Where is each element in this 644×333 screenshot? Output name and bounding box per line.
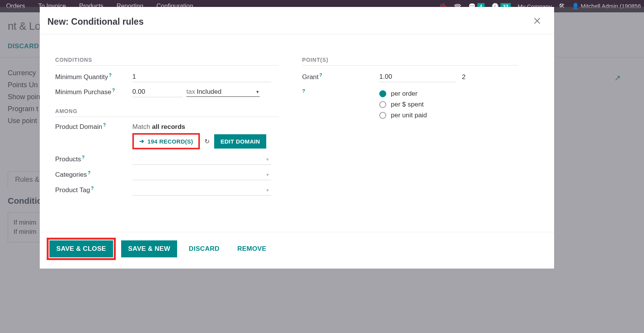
grant-basis-row: ? per order per $ spent per unit paid <box>302 87 518 122</box>
products-select[interactable]: ▼ <box>132 154 271 165</box>
conditional-rules-modal: New: Conditional rules CONDITIONS Minimu… <box>40 7 554 269</box>
points-heading: POINT(S) <box>302 57 518 66</box>
edit-domain-button[interactable]: EDIT DOMAIN <box>214 134 266 149</box>
grant-input[interactable] <box>379 72 456 82</box>
radio-per-order[interactable]: per order <box>379 90 427 98</box>
categories-label: Categories <box>55 171 87 178</box>
modal-footer: SAVE & CLOSE SAVE & NEW DISCARD REMOVE <box>40 232 554 269</box>
chevron-down-icon: ▼ <box>255 90 260 94</box>
radio-per-unit-label: per unit paid <box>391 112 427 119</box>
min-quantity-input[interactable] <box>132 72 271 82</box>
help-icon[interactable]: ? <box>91 186 93 191</box>
help-icon[interactable]: ? <box>82 155 85 160</box>
help-icon[interactable]: ? <box>103 122 106 128</box>
modal-title: New: Conditional rules <box>47 17 144 27</box>
categories-select[interactable]: ▼ <box>132 169 271 180</box>
radio-per-dollar[interactable]: per $ spent <box>379 101 427 108</box>
min-purchase-input[interactable] <box>132 87 183 97</box>
help-icon[interactable]: ? <box>319 73 322 78</box>
tax-value: Included <box>197 88 255 96</box>
product-domain-row: Product Domain? Match all records ➔ 194 … <box>55 123 279 149</box>
close-icon[interactable] <box>532 16 542 27</box>
help-icon[interactable]: ? <box>302 88 305 94</box>
tax-select[interactable]: tax Included ▼ <box>186 87 260 97</box>
remove-button[interactable]: REMOVE <box>231 240 272 257</box>
min-purchase-row: Minimum Purchase? tax Included ▼ <box>55 87 279 97</box>
min-purchase-label: Minimum Purchase <box>55 88 112 96</box>
chevron-down-icon: ▼ <box>265 172 271 177</box>
grant-suffix: 2 <box>462 73 465 81</box>
chevron-down-icon: ▼ <box>265 157 271 162</box>
products-label: Products <box>55 156 81 163</box>
save-close-button[interactable]: SAVE & CLOSE <box>49 240 113 257</box>
product-tag-select[interactable]: ▼ <box>132 185 271 196</box>
arrow-right-icon: ➔ <box>139 138 144 145</box>
grant-row: Grant? 2 <box>302 72 518 82</box>
radio-per-unit[interactable]: per unit paid <box>379 112 427 119</box>
domain-match-text: Match all records <box>132 123 266 131</box>
records-link[interactable]: ➔ 194 RECORD(S) <box>135 135 198 147</box>
product-tag-label: Product Tag <box>55 186 90 194</box>
tax-label: tax <box>186 88 195 96</box>
grant-label: Grant <box>302 73 319 81</box>
conditions-heading: CONDITIONS <box>55 57 279 66</box>
help-icon[interactable]: ? <box>109 73 112 78</box>
highlight-records: ➔ 194 RECORD(S) <box>132 133 200 149</box>
discard-button[interactable]: DISCARD <box>183 240 226 257</box>
highlight-save-close: SAVE & CLOSE <box>47 238 116 260</box>
save-new-button[interactable]: SAVE & NEW <box>121 240 177 257</box>
min-quantity-row: Minimum Quantity? <box>55 72 279 82</box>
min-quantity-label: Minimum Quantity <box>55 73 108 81</box>
radio-dot-icon <box>379 101 386 108</box>
radio-dot-icon <box>379 112 386 119</box>
product-domain-label: Product Domain <box>55 123 102 130</box>
categories-row: Categories? ▼ <box>55 169 279 180</box>
refresh-icon[interactable]: ↻ <box>205 138 210 145</box>
products-row: Products? ▼ <box>55 154 279 165</box>
chevron-down-icon: ▼ <box>265 188 271 193</box>
help-icon[interactable]: ? <box>112 88 115 93</box>
product-tag-row: Product Tag? ▼ <box>55 185 279 196</box>
radio-per-dollar-label: per $ spent <box>391 101 424 108</box>
among-heading: AMONG <box>55 108 279 117</box>
modal-header: New: Conditional rules <box>40 7 554 34</box>
radio-dot-icon <box>379 90 386 97</box>
radio-per-order-label: per order <box>391 90 418 98</box>
help-icon[interactable]: ? <box>88 170 90 176</box>
records-count-label: 194 RECORD(S) <box>147 138 193 145</box>
